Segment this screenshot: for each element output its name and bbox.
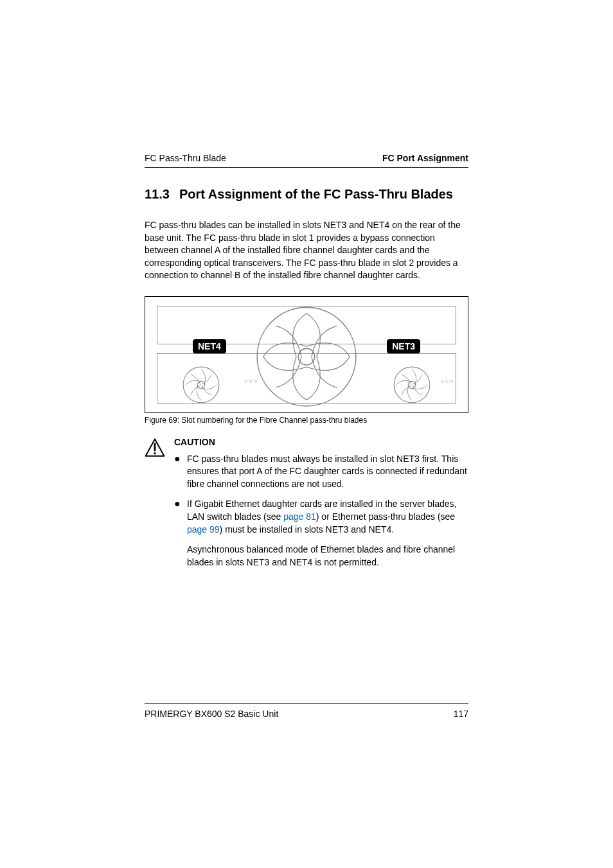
bullet-text-2b: Asynchronous balanced mode of Ethernet b… <box>187 544 468 569</box>
fan-large-icon <box>255 305 358 408</box>
header-right: FC Port Assignment <box>382 153 468 163</box>
svg-point-4 <box>394 367 430 403</box>
footer-page-number: 117 <box>454 709 468 719</box>
fan-small-right-icon <box>393 366 431 403</box>
page-footer: PRIMERGY BX600 S2 Basic Unit 117 <box>145 703 468 719</box>
svg-point-2 <box>183 367 219 403</box>
section-heading: 11.3 Port Assignment of the FC Pass-Thru… <box>145 186 468 202</box>
caution-title: CAUTION <box>174 436 468 449</box>
indicator-dots-left: ○○○ <box>244 378 258 384</box>
net3-label: NET3 <box>387 339 420 353</box>
footer-left: PRIMERGY BX600 S2 Basic Unit <box>145 709 278 719</box>
bullet-icon: ● <box>174 498 187 576</box>
svg-point-1 <box>298 348 315 365</box>
figure-caption: Figure 69: Slot numbering for the Fibre … <box>145 416 468 425</box>
link-page-99[interactable]: page 99 <box>187 524 220 535</box>
intro-paragraph: FC pass-thru blades can be installed in … <box>145 219 468 282</box>
link-page-81[interactable]: page 81 <box>283 511 316 522</box>
page-header: FC Pass-Thru Blade FC Port Assignment <box>145 153 468 168</box>
caution-icon <box>145 438 165 458</box>
figure-diagram: ○○○ ○○○ NET4 NET3 <box>145 296 468 413</box>
svg-point-0 <box>257 307 356 406</box>
indicator-dots-right: ○○○ <box>441 378 455 384</box>
section-number: 11.3 <box>145 186 179 202</box>
header-left: FC Pass-Thru Blade <box>145 153 226 163</box>
caution-bullet-2: ● If Gigabit Ethernet daughter cards are… <box>174 498 468 576</box>
fan-small-left-icon <box>182 366 220 403</box>
net4-label: NET4 <box>193 339 226 353</box>
svg-point-5 <box>408 381 416 389</box>
caution-bullet-1: ● FC pass-thru blades must always be ins… <box>174 453 468 491</box>
bullet-text-1: FC pass-thru blades must always be insta… <box>187 453 468 491</box>
bullet-text-2a: If Gigabit Ethernet daughter cards are i… <box>187 498 468 536</box>
caution-block: CAUTION ● FC pass-thru blades must alway… <box>145 436 468 584</box>
section-title: Port Assignment of the FC Pass-Thru Blad… <box>179 186 453 202</box>
svg-point-3 <box>197 381 205 389</box>
svg-point-8 <box>154 452 156 455</box>
bullet-icon: ● <box>174 453 187 491</box>
